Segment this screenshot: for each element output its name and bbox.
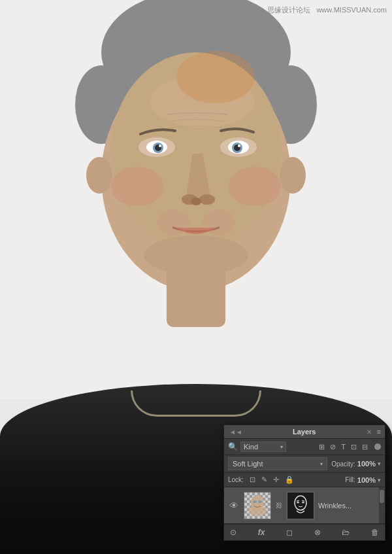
panel-collapse-arrows[interactable]: ◄◄ [228,428,244,436]
svg-point-27 [203,209,235,235]
layer-item[interactable]: 👁 ⛓ [224,487,385,524]
watermark-site: 思缘设计论坛 [267,6,310,14]
fill-label: Fill: [345,476,355,483]
kind-color-dot [374,443,381,450]
portrait-canvas: 思缘设计论坛 www.MISSVUAN.com ◄◄ Layers ✕ ≡ 🔍 … [0,0,392,554]
lock-icon-all[interactable]: 🔒 [284,475,295,485]
kind-icon-shape[interactable]: ⊡ [350,442,358,452]
layers-panel: ◄◄ Layers ✕ ≡ 🔍 Kind ▾ ⊞ ⊘ T ⊡ ⊟ [223,424,385,541]
lock-icon-pixels[interactable]: ⊡ [248,475,257,485]
layer-name: Wrinkles... [318,502,381,510]
kind-row: 🔍 Kind ▾ ⊞ ⊘ T ⊡ ⊟ [224,439,385,455]
kind-icon-adjust[interactable]: ⊘ [329,442,337,452]
kind-dropdown[interactable]: Kind ▾ [240,441,286,452]
blend-mode-row: Soft Light ▾ Opacity: 100% ▾ [224,455,385,473]
layer-visibility-toggle[interactable]: 👁 [228,499,240,512]
lock-label: Lock: [228,476,244,483]
opacity-value[interactable]: 100% [357,460,376,468]
svg-point-28 [176,51,255,103]
layer-thumbnail-content [244,492,271,519]
svg-point-23 [280,157,306,194]
necklace-chain [131,390,261,417]
svg-point-22 [86,157,112,194]
fill-arrow: ▾ [378,477,381,483]
svg-point-11 [159,145,161,147]
toolbar-adjust-btn[interactable]: ⊗ [312,527,323,538]
portrait-image [0,0,392,399]
kind-icon-pixel[interactable]: ⊞ [318,442,326,452]
layer-thumbnail-mask [287,492,314,519]
panel-arrow-left[interactable]: ◄◄ [228,428,244,436]
blend-mode-value: Soft Light [233,460,263,468]
blend-mode-dropdown[interactable]: Soft Light ▾ [228,457,327,470]
search-icon: 🔍 [228,442,238,451]
toolbar-delete-btn[interactable]: 🗑 [369,527,381,538]
fill-group: Fill: 100% ▾ [345,476,381,484]
lock-icon-paint[interactable]: ✎ [260,475,269,485]
svg-point-18 [199,194,215,205]
lock-row: Lock: ⊡ ✎ ✛ 🔒 Fill: 100% ▾ [224,473,385,487]
layer-chain-link: ⛓ [275,502,283,509]
watermark-url: www.MISSVUAN.com [316,6,387,14]
opacity-label: Opacity: [331,460,355,468]
svg-point-20 [111,167,163,206]
opacity-group: Opacity: 100% ▾ [331,460,381,468]
panel-toolbar: ⊙ fx ◻ ⊗ 🗁 🗑 [224,524,385,540]
toolbar-fx-btn[interactable]: fx [256,527,267,538]
panel-title: Layers [293,428,316,436]
toolbar-mask-btn[interactable]: ◻ [284,527,295,538]
svg-rect-33 [287,493,314,519]
svg-point-31 [253,500,257,503]
kind-icons: ⊞ ⊘ T ⊡ ⊟ [318,442,381,452]
blend-mode-chevron: ▾ [320,461,323,467]
panel-close-btn[interactable]: ✕ [365,428,373,436]
svg-point-38 [302,501,304,503]
opacity-arrow: ▾ [378,460,381,467]
panel-menu-icon[interactable]: ≡ [377,428,381,436]
svg-point-19 [191,198,201,205]
panel-titlebar: ◄◄ Layers ✕ ≡ [224,425,385,439]
kind-chevron: ▾ [280,444,283,450]
toolbar-group-btn[interactable]: 🗁 [340,527,351,538]
svg-point-26 [157,209,189,235]
kind-label: Kind [244,443,258,451]
lock-icon-move[interactable]: ✛ [272,475,280,485]
svg-point-21 [229,167,281,206]
svg-point-16 [238,145,240,147]
kind-icon-type[interactable]: T [340,442,347,451]
kind-icon-smart[interactable]: ⊟ [361,442,369,452]
svg-point-32 [258,500,262,503]
svg-point-37 [297,501,299,503]
toolbar-link-btn[interactable]: ⊙ [228,527,238,538]
svg-point-25 [144,235,248,275]
watermark: 思缘设计论坛 www.MISSVUAN.com [267,5,387,15]
fill-value[interactable]: 100% [357,476,376,484]
